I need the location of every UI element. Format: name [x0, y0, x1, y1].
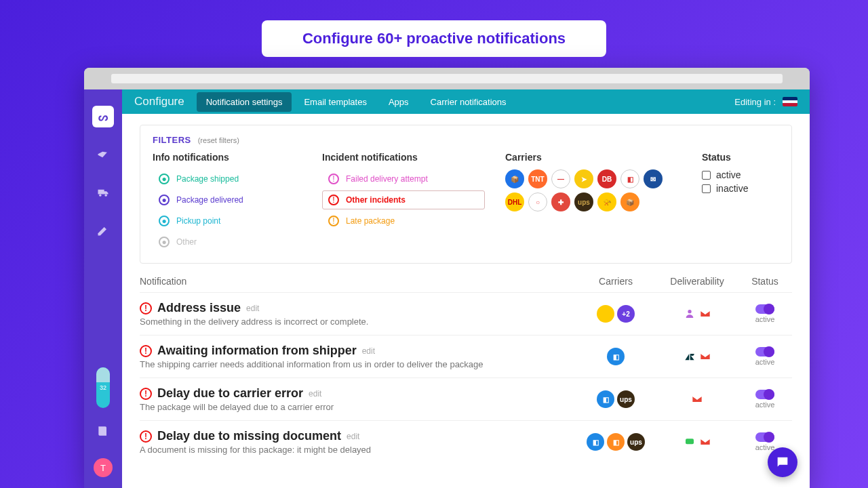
th-carriers: Carriers — [575, 276, 656, 287]
tab-notification-settings[interactable]: Notification settings — [197, 92, 292, 112]
filter-icon: ● — [159, 216, 170, 226]
pencil-icon[interactable] — [92, 220, 114, 241]
incident-notif-title: Incident notifications — [322, 152, 485, 163]
filter-label: Package delivered — [176, 195, 243, 205]
row-title: Delay due to missing document — [157, 429, 341, 443]
carrier-filter[interactable]: 📦 — [505, 169, 524, 188]
carrier-badge: ◧ — [607, 433, 625, 451]
row-deliverability — [656, 394, 738, 405]
carrier-filter[interactable]: DHL — [505, 192, 524, 211]
status-text: active — [755, 443, 775, 451]
status-toggle[interactable] — [755, 432, 774, 442]
sidebar-pill[interactable]: 32 — [96, 367, 110, 408]
filter-icon: ● — [159, 174, 170, 184]
carrier-filter[interactable]: ups — [574, 192, 593, 211]
svg-point-2 — [688, 310, 691, 313]
chat-bubble-icon[interactable] — [768, 447, 797, 477]
status-title: Status — [702, 152, 770, 163]
row-deliverability — [656, 351, 738, 362]
status-text: active — [755, 315, 775, 323]
filter-pickup-point[interactable]: ●Pickup point — [153, 211, 302, 230]
gmail-icon — [690, 394, 704, 405]
status-toggle[interactable] — [755, 390, 774, 399]
gmail-icon — [698, 351, 712, 362]
row-carriers: ◧◧ups — [575, 433, 656, 451]
status-toggle[interactable] — [755, 304, 774, 314]
filter-label: Other — [176, 237, 197, 247]
filter-package-delivered[interactable]: ●Package delivered — [153, 190, 302, 209]
row-desc: The package will be delayed due to a car… — [140, 402, 575, 412]
message-icon — [683, 436, 696, 447]
status-inactive[interactable]: inactive — [702, 183, 770, 194]
row-desc: The shipping carrier needs additional in… — [140, 359, 575, 369]
svg-point-1 — [105, 195, 107, 197]
edit-link[interactable]: edit — [309, 389, 321, 399]
alert-icon: ! — [140, 388, 152, 400]
carrier-filter[interactable]: 📯 — [597, 192, 616, 211]
filter-other[interactable]: ●Other — [153, 232, 302, 251]
pill-value: 32 — [100, 384, 106, 391]
avatar[interactable]: T — [94, 458, 113, 477]
logo-icon[interactable]: ᔕ — [92, 106, 114, 127]
filter-label: Late package — [346, 216, 395, 226]
notification-row: ! Address issue edit Something in the de… — [140, 292, 792, 335]
filter-label: Other incidents — [346, 195, 406, 205]
carrier-badge — [597, 305, 614, 323]
filter-package-shipped[interactable]: ●Package shipped — [153, 169, 302, 188]
carrier-filter[interactable]: ✉ — [644, 169, 663, 188]
truck-icon[interactable] — [92, 182, 114, 203]
row-desc: Something in the delivery address is inc… — [140, 317, 575, 327]
svg-point-0 — [99, 195, 101, 197]
carrier-filter[interactable]: ✚ — [551, 192, 570, 211]
carrier-filter[interactable]: 📦 — [620, 192, 639, 211]
carrier-badge: ◧ — [607, 348, 625, 365]
carriers-title: Carriers — [505, 152, 682, 163]
row-title: Delay due to carrier error — [157, 386, 303, 401]
gmail-icon — [698, 436, 712, 447]
filter-other-incidents[interactable]: !Other incidents — [322, 190, 485, 209]
carrier-filter[interactable]: DB — [597, 169, 616, 188]
table-head: Notification Carriers Deliverability Sta… — [140, 270, 792, 292]
status-text: active — [755, 401, 775, 409]
tab-carrier-notifications[interactable]: Carrier notifications — [421, 92, 516, 112]
carrier-filter[interactable]: ➤ — [574, 169, 593, 188]
row-title: Awaiting information from shipper — [157, 344, 357, 358]
edit-link[interactable]: edit — [362, 346, 375, 356]
notification-row: ! Awaiting information from shipper edit… — [140, 335, 792, 378]
zendesk-icon — [683, 351, 696, 362]
filter-late-package[interactable]: !Late package — [322, 211, 485, 230]
row-deliverability — [656, 308, 738, 319]
sidebar: ᔕ 32 T — [84, 89, 122, 488]
filter-icon: ● — [159, 237, 170, 247]
page-title: Configure — [134, 95, 184, 108]
carrier-badge: ups — [627, 433, 645, 451]
filter-label: Pickup point — [176, 216, 220, 226]
reset-filters[interactable]: (reset filters) — [198, 136, 239, 144]
megaphone-icon[interactable] — [92, 144, 114, 165]
edit-link[interactable]: edit — [347, 432, 359, 441]
editing-label: Editing in : — [734, 97, 797, 107]
tab-apps[interactable]: Apps — [379, 92, 418, 112]
filter-failed-delivery-attempt[interactable]: !Failed delivery attempt — [322, 169, 485, 188]
th-notification: Notification — [140, 276, 575, 287]
status-active[interactable]: active — [702, 169, 770, 180]
filter-icon: ! — [328, 195, 339, 205]
checkbox-icon — [702, 171, 711, 180]
book-icon[interactable] — [92, 420, 114, 442]
carrier-filter[interactable]: ○ — [528, 192, 547, 211]
filter-label: Failed delivery attempt — [346, 174, 428, 184]
status-toggle[interactable] — [755, 347, 774, 357]
alert-icon: ! — [140, 302, 152, 314]
edit-link[interactable]: edit — [246, 304, 259, 313]
tab-email-templates[interactable]: Email templates — [294, 92, 376, 112]
carrier-filter[interactable]: — — [551, 169, 570, 188]
carrier-filter[interactable]: ◧ — [620, 169, 639, 188]
flag-icon[interactable] — [783, 97, 797, 106]
row-desc: A document is missing for this package: … — [140, 445, 575, 455]
th-status: Status — [738, 276, 792, 287]
gmail-icon — [698, 308, 712, 319]
carrier-badge: ◧ — [597, 390, 614, 408]
carrier-filter[interactable]: TNT — [528, 169, 547, 188]
row-title: Address issue — [157, 301, 241, 315]
filter-icon: ● — [159, 195, 170, 205]
